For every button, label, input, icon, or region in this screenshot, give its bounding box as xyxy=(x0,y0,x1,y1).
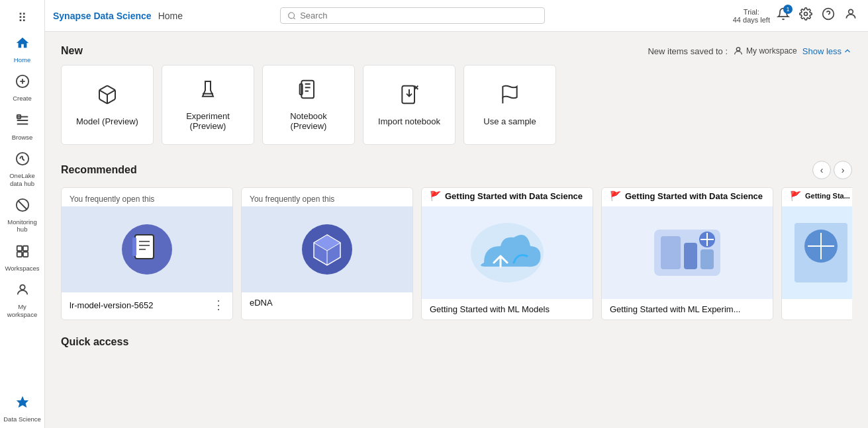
show-less-button[interactable]: Show less xyxy=(802,46,852,56)
help-button[interactable] xyxy=(819,5,838,26)
new-item-model[interactable]: Model (Preview) xyxy=(61,65,154,145)
svg-line-6 xyxy=(18,200,26,209)
svg-point-18 xyxy=(849,9,853,14)
recommended-scroll: You frequently open this l xyxy=(61,187,852,320)
recommended-section: Recommended ‹ › You frequently open this xyxy=(61,161,852,320)
app-grid-icon[interactable]: ⠿ xyxy=(13,5,32,30)
sidebar-item-create-label: Create xyxy=(13,95,32,102)
new-items-grid: Model (Preview) Experiment (Preview) Not… xyxy=(61,65,852,145)
rec-card-gs2-title: 🚩 Getting Started with Data Science xyxy=(602,188,773,206)
saved-to-label: New items saved to : xyxy=(648,46,728,56)
scroll-left-button[interactable]: ‹ xyxy=(812,161,831,179)
browse-icon xyxy=(15,113,30,131)
rec-card-gs2-img xyxy=(602,206,773,299)
ml-cloud-illustration-1 xyxy=(464,216,550,289)
gear-icon xyxy=(799,7,812,21)
rec-card-edna[interactable]: You frequently open this eDNA xyxy=(241,187,413,320)
create-icon xyxy=(15,74,30,92)
notebook-illustration xyxy=(121,223,173,276)
brand-name: Synapse Data Science xyxy=(53,11,152,21)
rec-card-gs3-img xyxy=(782,206,852,299)
notebook-icon xyxy=(298,79,319,105)
sidebar-item-workspaces[interactable]: Workspaces xyxy=(0,239,44,277)
recommended-title: Recommended xyxy=(61,164,137,176)
sidebar-item-onelake-label: OneLake data hub xyxy=(3,172,42,187)
sidebar-item-data-science-label: Data Science xyxy=(3,415,41,423)
quick-access-section: Quick access xyxy=(61,336,852,348)
sidebar-item-browse[interactable]: Browse xyxy=(0,108,44,146)
ml-experiment-illustration xyxy=(644,216,730,289)
svg-rect-43 xyxy=(661,236,681,269)
lr-model-more-button[interactable]: ⋮ xyxy=(213,298,224,312)
topbar-home-label[interactable]: Home xyxy=(158,11,183,21)
sidebar-item-onelake[interactable]: OneLake data hub xyxy=(0,146,44,193)
new-item-import-label: Import notebook xyxy=(378,116,440,126)
data-science-icon xyxy=(15,395,30,413)
search-input[interactable] xyxy=(300,11,538,21)
svg-rect-35 xyxy=(132,237,136,256)
experiment-icon xyxy=(197,79,218,105)
sidebar: ⠿ Home Create Browse OneLake data hub Mo… xyxy=(0,0,45,428)
svg-rect-34 xyxy=(135,235,154,259)
trial-info: Trial: 44 days left xyxy=(733,8,770,24)
svg-line-14 xyxy=(293,17,295,19)
new-section-header: New New items saved to : My workspace Sh… xyxy=(61,45,852,57)
scroll-right-button[interactable]: › xyxy=(834,161,852,179)
user-button[interactable] xyxy=(842,5,860,26)
cube-illustration xyxy=(301,223,354,276)
recommended-section-header: Recommended ‹ › xyxy=(61,161,852,179)
rec-card-getting-started-2[interactable]: 🚩 Getting Started with Data Science xyxy=(601,187,773,320)
sidebar-item-browse-label: Browse xyxy=(12,134,33,141)
sidebar-item-monitoring-label: Monitoring hub xyxy=(3,218,42,234)
search-icon xyxy=(287,11,296,21)
rec-card-gs3-title: 🚩 Getting Sta... xyxy=(782,188,852,206)
model-icon xyxy=(97,84,118,110)
rec-card-gs2-footer: Getting Started with ML Experim... xyxy=(602,299,773,320)
partial-illustration xyxy=(795,216,847,289)
new-item-experiment-label: Experiment (Preview) xyxy=(173,111,243,131)
sidebar-item-monitoring[interactable]: Monitoring hub xyxy=(0,193,44,239)
svg-point-15 xyxy=(804,13,807,16)
rec-card-lr-model-footer: lr-model-version-5652 ⋮ xyxy=(62,292,232,318)
import-icon xyxy=(399,84,420,110)
sidebar-item-create[interactable]: Create xyxy=(0,69,44,107)
rec-card-lr-model-top: You frequently open this xyxy=(62,188,232,206)
svg-point-19 xyxy=(736,48,740,51)
sample-icon xyxy=(499,84,520,110)
settings-button[interactable] xyxy=(796,5,815,26)
svg-rect-10 xyxy=(23,252,27,257)
notification-button[interactable]: 1 xyxy=(774,5,793,26)
flag-icon-2: 🚩 xyxy=(610,191,621,201)
rec-card-getting-started-1[interactable]: 🚩 Getting Started with Data Science xyxy=(421,187,593,320)
rec-card-lr-model-img xyxy=(62,206,232,292)
new-item-notebook[interactable]: Notebook (Preview) xyxy=(262,65,355,145)
topbar: Synapse Data Science Home Trial: 44 days… xyxy=(45,0,868,32)
sidebar-item-my-workspace-label: My workspace xyxy=(3,303,42,318)
rec-card-gs1-footer: Getting Started with ML Models xyxy=(422,299,593,320)
search-box[interactable] xyxy=(280,7,545,24)
home-icon xyxy=(15,36,30,54)
sidebar-item-workspaces-label: Workspaces xyxy=(5,265,39,272)
rec-card-lr-model[interactable]: You frequently open this l xyxy=(61,187,233,320)
new-item-sample[interactable]: Use a sample xyxy=(463,65,556,145)
sidebar-item-my-workspace[interactable]: My workspace xyxy=(0,277,44,323)
svg-rect-45 xyxy=(700,249,714,269)
rec-card-edna-top: You frequently open this xyxy=(242,188,412,206)
main-content: Synapse Data Science Home Trial: 44 days… xyxy=(45,0,868,428)
page-content: New New items saved to : My workspace Sh… xyxy=(45,32,868,361)
new-section-title: New xyxy=(61,45,83,57)
rec-card-getting-started-3[interactable]: 🚩 Getting Sta... xyxy=(781,187,852,320)
rec-card-edna-footer: eDNA xyxy=(242,292,412,313)
new-item-import[interactable]: Import notebook xyxy=(363,65,456,145)
rec-card-edna-img xyxy=(242,206,412,292)
flag-icon-3: 🚩 xyxy=(790,191,801,201)
sidebar-item-home[interactable]: Home xyxy=(0,30,44,69)
svg-rect-7 xyxy=(17,245,21,250)
svg-rect-9 xyxy=(17,252,21,257)
new-item-experiment[interactable]: Experiment (Preview) xyxy=(162,65,254,145)
svg-point-13 xyxy=(289,13,295,19)
quick-access-title: Quick access xyxy=(61,336,128,347)
workspace-badge[interactable]: My workspace xyxy=(733,46,797,56)
sidebar-item-data-science[interactable]: Data Science xyxy=(0,390,44,428)
new-item-model-label: Model (Preview) xyxy=(76,116,138,126)
